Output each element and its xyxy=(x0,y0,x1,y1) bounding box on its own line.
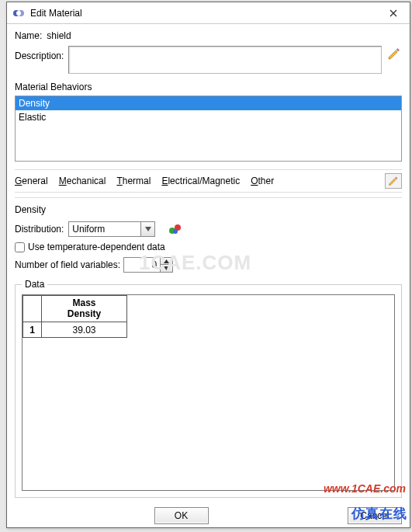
app-icon xyxy=(12,6,26,20)
svg-point-5 xyxy=(173,229,178,234)
menu-thermal[interactable]: Thermal xyxy=(116,176,151,186)
distribution-label: Distribution: xyxy=(15,224,64,235)
chevron-down-icon[interactable] xyxy=(141,221,155,237)
field-vars-input[interactable] xyxy=(123,257,161,273)
data-grid[interactable]: Mass Density 1 39.03 xyxy=(22,294,395,491)
grid-cell-1-1[interactable]: 39.03 xyxy=(42,322,127,338)
field-vars-down[interactable] xyxy=(161,265,173,273)
window-title: Edit Material xyxy=(30,8,380,19)
name-row: Name: shield xyxy=(15,30,402,41)
menubar: General Mechanical Thermal Electrical/Ma… xyxy=(15,169,402,193)
menu-general[interactable]: General xyxy=(15,176,48,186)
behaviors-label: Material Behaviors xyxy=(15,82,402,92)
menu-edit-button[interactable] xyxy=(385,173,402,189)
grid-row-1-header[interactable]: 1 xyxy=(23,322,42,338)
menu-mechanical[interactable]: Mechanical xyxy=(59,176,106,186)
titlebar: Edit Material xyxy=(7,2,410,24)
field-vars-label: Number of field variables: xyxy=(15,259,120,270)
distribution-select[interactable]: Uniform xyxy=(68,221,155,237)
behaviors-list[interactable]: Density Elastic xyxy=(15,96,402,162)
name-label: Name: xyxy=(15,30,42,41)
description-row: Description: xyxy=(15,46,402,74)
menu-electrical[interactable]: Electrical/Magnetic xyxy=(161,176,240,186)
use-temp-checkbox[interactable] xyxy=(15,242,25,252)
edit-description-button[interactable] xyxy=(386,46,402,61)
distribution-row: Distribution: Uniform xyxy=(15,221,402,237)
data-legend: Data xyxy=(22,279,47,290)
distribution-value[interactable]: Uniform xyxy=(68,221,141,237)
grid-corner xyxy=(23,296,42,322)
description-label: Description: xyxy=(15,46,64,61)
use-temp-checkbox-row[interactable]: Use temperature-dependent data xyxy=(15,242,402,252)
data-fieldset: Data Mass Density 1 39.03 xyxy=(15,279,402,498)
distribution-icon[interactable] xyxy=(168,221,183,237)
svg-point-2 xyxy=(16,11,21,16)
field-vars-up[interactable] xyxy=(161,257,173,265)
button-bar: OK Cancel xyxy=(7,504,410,527)
edit-material-window: Edit Material Name: shield Description: … xyxy=(6,2,410,528)
behavior-item-elastic[interactable]: Elastic xyxy=(16,110,401,124)
dialog-body: Name: shield Description: Material Behav… xyxy=(7,24,410,504)
ok-button[interactable]: OK xyxy=(154,507,209,524)
field-vars-row: Number of field variables: xyxy=(15,257,402,273)
description-input[interactable] xyxy=(68,46,382,74)
table-row[interactable]: 1 39.03 xyxy=(23,322,127,338)
behavior-item-density[interactable]: Density xyxy=(16,96,401,110)
section-title: Density xyxy=(15,204,402,215)
menu-other[interactable]: Other xyxy=(251,176,274,186)
close-button[interactable] xyxy=(380,4,407,23)
name-value: shield xyxy=(47,30,71,41)
grid-col-mass-density[interactable]: Mass Density xyxy=(42,296,127,322)
cancel-button[interactable]: Cancel xyxy=(348,507,402,524)
use-temp-label: Use temperature-dependent data xyxy=(28,242,165,252)
